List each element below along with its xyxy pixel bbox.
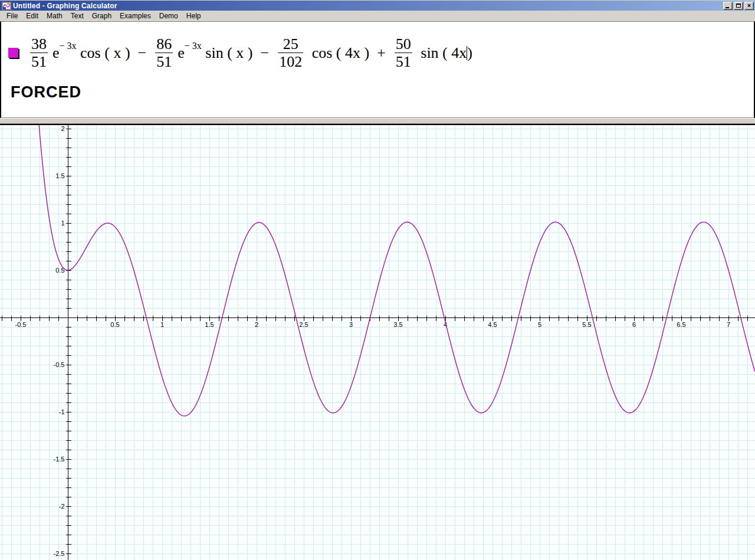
y-tick-label: 1.5 [55, 172, 64, 179]
equation-pane[interactable]: 3851e− 3x cos ( x ) − 8651e− 3x sin ( x … [0, 21, 755, 118]
x-tick-label: 3.5 [393, 321, 402, 328]
y-tick-label: -0.5 [54, 361, 65, 368]
x-tick-label: 5 [538, 321, 541, 328]
x-tick-label: 3 [349, 321, 353, 328]
close-button[interactable]: × [744, 2, 754, 10]
app-window: Untitled - Graphing Calculator × File Ed… [0, 0, 755, 560]
x-tick-label: -0.5 [15, 321, 27, 328]
x-tick-label: 0.5 [110, 321, 119, 328]
x-tick-label: 2 [255, 321, 258, 328]
equation-text: sin ( x ) − [202, 44, 277, 62]
y-tick-label: -1 [59, 408, 65, 415]
equation-text: cos ( x ) − [77, 44, 155, 62]
x-tick-label: 4.5 [488, 321, 497, 328]
curve-color-swatch[interactable] [8, 48, 18, 58]
fraction: 5051 [395, 36, 412, 70]
menu-examples[interactable]: Examples [116, 11, 155, 22]
equation-row: 3851e− 3x cos ( x ) − 8651e− 3x sin ( x … [8, 36, 754, 70]
x-tick-label: 5.5 [582, 321, 591, 328]
titlebar[interactable]: Untitled - Graphing Calculator × [0, 0, 755, 11]
x-tick-label: 6.5 [677, 321, 685, 328]
exponent: − 3x [60, 41, 77, 51]
x-tick-label: 1 [160, 321, 164, 328]
window-title: Untitled - Graphing Calculator [13, 1, 723, 11]
equation-text: sin ( 4x [417, 44, 467, 62]
fraction: 25102 [278, 36, 303, 70]
y-tick-label: -1.5 [54, 456, 65, 463]
equation-text: e [178, 44, 185, 62]
restore-icon [736, 4, 741, 8]
x-tick-label: 7 [727, 321, 730, 328]
equation-expression[interactable]: 3851e− 3x cos ( x ) − 8651e− 3x sin ( x … [29, 36, 472, 70]
graph-canvas[interactable]: -0.50.511.522.533.544.555.566.5721.510.5… [0, 125, 755, 560]
app-icon [2, 2, 11, 10]
equation-text: e [52, 44, 60, 62]
restore-button[interactable] [734, 2, 743, 10]
menu-demo[interactable]: Demo [155, 11, 182, 22]
window-controls: × [723, 2, 754, 10]
equation-text: cos ( 4x ) + [308, 44, 393, 62]
exponent: − 3x [185, 41, 202, 51]
menu-help[interactable]: Help [182, 11, 205, 22]
annotation-text[interactable]: FORCED [11, 83, 754, 101]
x-tick-label: 6 [632, 321, 636, 328]
y-tick-label: -2.5 [54, 550, 65, 557]
menu-graph[interactable]: Graph [88, 11, 116, 22]
menu-bar: File Edit Math Text Graph Examples Demo … [0, 11, 755, 21]
menu-text[interactable]: Text [67, 11, 88, 22]
fraction: 8651 [155, 36, 173, 70]
y-tick-label: 1 [61, 220, 64, 227]
x-tick-label: 1.5 [205, 321, 214, 328]
menu-edit[interactable]: Edit [22, 11, 42, 22]
menu-math[interactable]: Math [42, 11, 67, 22]
equation-text: ) [467, 44, 472, 62]
y-tick-label: -2 [59, 503, 65, 510]
graph-pane[interactable]: -0.50.511.522.533.544.555.566.5721.510.5… [0, 124, 755, 560]
pane-splitter[interactable] [0, 118, 755, 124]
close-icon: × [745, 1, 753, 9]
menu-file[interactable]: File [2, 11, 22, 22]
x-tick-label: 2.5 [299, 321, 308, 328]
minimize-icon [726, 7, 729, 8]
fraction: 3851 [30, 36, 48, 70]
y-tick-label: 2 [61, 125, 64, 132]
minimize-button[interactable] [723, 2, 733, 10]
